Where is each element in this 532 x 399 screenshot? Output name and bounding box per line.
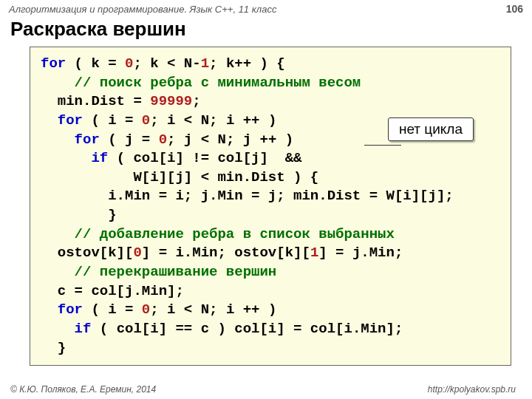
annotation-callout: нет цикла [388, 117, 474, 141]
course-label: Алгоритмизация и программирование. Язык … [9, 4, 276, 15]
slide-footer: © К.Ю. Поляков, Е.А. Еремин, 2014 http:/… [0, 384, 532, 395]
copyright-text: © К.Ю. Поляков, Е.А. Еремин, 2014 [10, 384, 156, 395]
page-number: 106 [506, 3, 523, 15]
callout-connector [364, 145, 401, 146]
code-listing: for ( k = 0; k < N-1; k++ ) { // поиск р… [30, 47, 511, 366]
footer-url: http://kpolyakov.spb.ru [428, 384, 516, 395]
slide-title: Раскраска вершин [10, 18, 523, 41]
slide-header: Алгоритмизация и программирование. Язык … [0, 0, 532, 16]
